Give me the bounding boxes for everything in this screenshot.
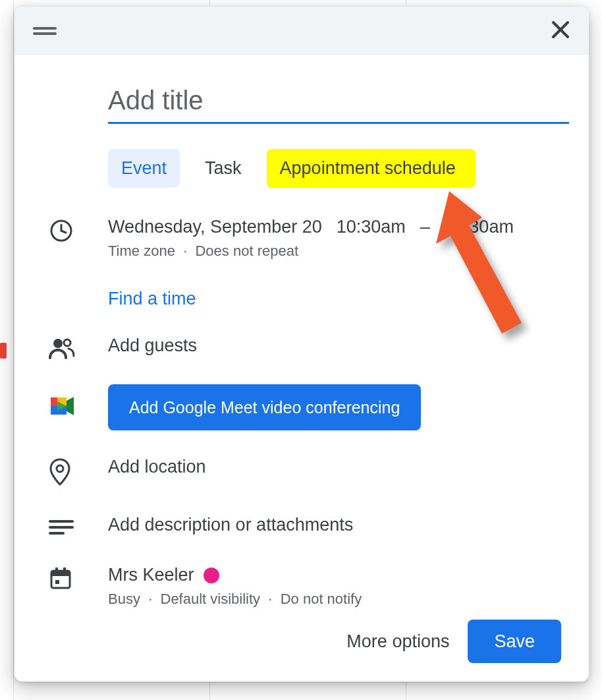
tab-appointment-schedule[interactable]: Appointment schedule [267, 149, 476, 188]
add-meet-button[interactable]: Add Google Meet video conferencing [108, 384, 421, 430]
dialog-header [14, 7, 589, 55]
svg-rect-16 [55, 568, 58, 573]
save-button[interactable]: Save [468, 620, 561, 663]
calendar-color-dot[interactable] [204, 568, 219, 583]
drag-handle-icon[interactable] [33, 24, 57, 38]
svg-point-10 [57, 465, 63, 472]
tab-task[interactable]: Task [192, 149, 255, 188]
start-time[interactable]: 10:30am [337, 217, 406, 237]
add-guests-input[interactable]: Add guests [108, 335, 561, 356]
end-time[interactable]: 11:30am [445, 217, 514, 237]
clock-icon [49, 218, 74, 246]
visibility-label[interactable]: Default visibility [161, 591, 261, 607]
title-input[interactable] [108, 82, 569, 124]
add-description-input[interactable]: Add description or attachments [108, 515, 561, 535]
svg-point-7 [53, 339, 63, 348]
svg-rect-15 [51, 571, 70, 576]
event-date[interactable]: Wednesday, September 20 [108, 217, 322, 237]
add-location-input[interactable]: Add location [108, 457, 561, 477]
now-indicator [0, 343, 7, 359]
more-options-button[interactable]: More options [346, 631, 449, 652]
people-icon [49, 337, 75, 362]
description-icon [49, 519, 74, 539]
calendar-icon [49, 566, 72, 593]
close-icon[interactable] [551, 20, 570, 42]
availability-label[interactable]: Busy [108, 591, 140, 607]
notify-label[interactable]: Do not notify [281, 591, 362, 607]
svg-point-8 [64, 339, 70, 346]
svg-rect-18 [55, 580, 59, 584]
google-meet-icon [49, 395, 75, 420]
svg-line-6 [61, 231, 66, 233]
calendar-name[interactable]: Mrs Keeler [108, 565, 194, 585]
time-separator: – [420, 217, 430, 237]
event-type-tabs: Event Task Appointment schedule [108, 149, 561, 188]
svg-rect-17 [63, 568, 66, 573]
repeat-link[interactable]: Does not repeat [195, 243, 298, 259]
find-a-time-link[interactable]: Find a time [108, 289, 196, 309]
event-create-dialog: Event Task Appointment schedule Wednesda… [14, 7, 589, 682]
timezone-link[interactable]: Time zone [108, 243, 175, 259]
location-icon [49, 458, 71, 488]
tab-event[interactable]: Event [108, 149, 180, 188]
